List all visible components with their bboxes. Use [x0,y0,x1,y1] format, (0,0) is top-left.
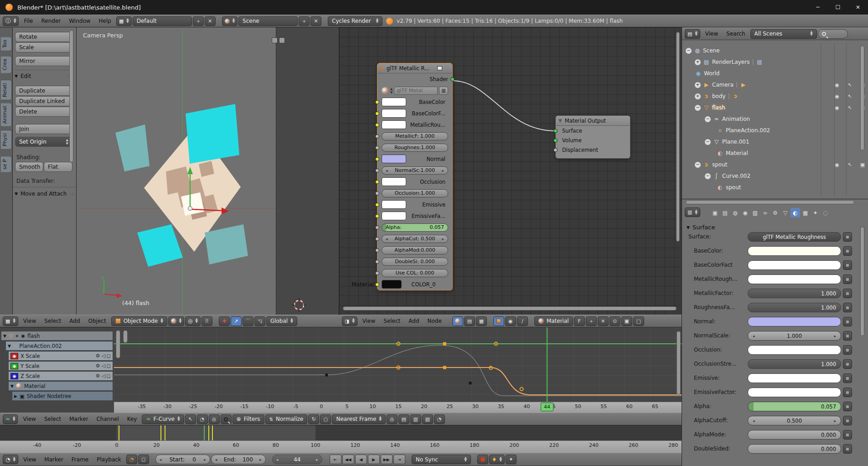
snap-toggle[interactable]: ▣ [621,316,632,326]
expand-toggle[interactable]: − [695,105,701,111]
play-reverse[interactable]: ◀ [355,455,367,464]
graph-mode-select[interactable]: ≈F-Curve▲▼ [142,414,184,424]
channel-row-fcurve[interactable]: ◉X Scale ⚙◁◻ [8,351,113,361]
animate-property-button[interactable] [843,388,852,397]
normalize-button[interactable]: ⇅Normalize [265,414,308,424]
node-slider-row[interactable]: Roughnes:1.000 [377,142,452,153]
delete-layout-button[interactable]: ✕ [205,16,216,26]
outliner[interactable]: ▤▲▼ ViewSearch All Scenes▲▼ − Scene + Re… [682,27,868,199]
tool-shelf-tab[interactable]: Animat [1,103,12,127]
timeline-marker[interactable] [119,425,119,440]
menu-item[interactable]: Add [65,317,84,325]
zoom-region-icon[interactable] [221,414,232,424]
node-input-row[interactable]: Displacement [556,145,630,155]
properties-tab-object[interactable]: ▧ [750,208,760,217]
keying-set-select[interactable]: ♦▲▼ [489,455,505,464]
editor-type-outliner-button[interactable]: ▤▲▼ [685,29,700,39]
node-color-input-row[interactable]: Occlusion [377,176,452,187]
editor-type-timeline-button[interactable]: ◔▲▼ [3,455,18,464]
outliner-row[interactable]: − spout ◉ ↖ ▣ [695,160,827,170]
node-input-row[interactable]: Surface [556,126,630,135]
color-swatch[interactable] [382,280,402,289]
edit-panel-header[interactable]: ▼Edit∷∷ [15,73,73,79]
keyframe-point[interactable] [469,382,472,384]
menu-item[interactable]: View [19,456,40,464]
color-swatch[interactable] [382,109,406,118]
menu-item[interactable]: Select [40,415,65,423]
graph-vscrollbar-2[interactable] [123,330,128,343]
fake-user-button[interactable]: F [574,316,585,326]
surface-shader-select[interactable]: glTF Metallic Roughness [748,232,841,242]
expand-toggle[interactable]: − [705,116,711,122]
node-material-selector[interactable]: ▲▼ glTF Metal ▥ [377,85,452,96]
menu-item[interactable]: Playback [93,456,125,464]
menu-item[interactable]: Render [37,17,65,25]
current-frame-field[interactable]: ◂44▸ [272,455,322,464]
add-scene-button[interactable]: ＋ [299,16,310,26]
channel-row-fcurve[interactable]: ◉Z Scale ⚙◁◻ [8,371,113,381]
node-slider-row[interactable]: MetallicF: 1.000 [377,130,452,142]
modifier-wrench-icon[interactable]: ⚙ [96,363,100,369]
proportional-edit-icon[interactable]: ○ [320,414,331,424]
expand-toggle[interactable]: − [695,162,701,168]
keyframe-point[interactable] [443,366,446,369]
animate-property-button[interactable] [843,430,852,440]
mute-speaker-icon[interactable]: ◁ [101,353,105,359]
animate-property-button[interactable] [843,303,852,312]
menu-item[interactable]: Marker [40,456,67,464]
node-color-input-row[interactable]: MetallicRou... [377,119,452,130]
node-stepper-row[interactable]: ◂AlphaCut: 0.500▸ [377,233,452,244]
record-button[interactable] [477,455,488,464]
number-stepper[interactable]: ◂1.000▸ [748,331,841,341]
timeline-marker[interactable] [160,425,161,440]
collapsed-panel-handle[interactable] [272,37,278,43]
properties-tab-constraints[interactable]: ∞ [760,208,770,217]
selectability-cursor-icon[interactable]: ↖ [843,93,856,99]
mirror-button[interactable]: Mirror [15,56,72,66]
viewport-3d[interactable]: y Camera Persp (44) flash [77,27,339,315]
properties-vscrollbar[interactable] [860,227,864,336]
properties-tab-physics[interactable]: ◌ [821,208,830,217]
outliner-row[interactable]: PlaneAction.002 [717,125,849,135]
color-swatch[interactable] [382,177,406,186]
compositing-nodes-toggle[interactable]: ▤ [464,316,475,326]
animate-property-button[interactable] [843,331,852,341]
selectability-cursor-icon[interactable]: ↖ [843,82,856,88]
node-color-input-row[interactable]: EmissiveFa... [377,210,452,222]
properties-tab-modifiers[interactable]: ⚙ [770,208,780,217]
node-slider-row[interactable]: Occlusion:1.000 [377,187,452,199]
filters-button[interactable]: ⊕Filters [232,414,264,424]
tool-shelf-tab[interactable]: Too [1,36,12,51]
menu-item[interactable]: Frame [67,456,93,464]
node-color-input-row[interactable]: Normal [377,153,452,165]
node-editor-hscrollbar[interactable] [343,306,677,311]
expand-toggle[interactable]: − [686,48,692,54]
channel-row-material[interactable]: ▼Material [8,381,113,391]
duplicate-button[interactable]: Duplicate [15,86,72,96]
outliner-row[interactable]: + body | ◉ ↖ ▣ [695,91,827,101]
animate-property-button[interactable] [843,345,852,355]
node-slider-row[interactable]: DoubleSi: 0.000 [377,256,452,267]
sync-mode-select[interactable]: No Sync▲▼ [412,455,471,464]
visibility-eye-icon[interactable]: ◉ [831,162,843,168]
number-stepper[interactable]: ◂0.500▸ [748,416,841,425]
node-collapse-icon[interactable]: ▼ [380,66,384,71]
scene-field[interactable]: Scene [238,16,298,26]
visibility-eye-icon[interactable]: ◉ [831,82,843,88]
delete-button[interactable]: Delete [15,107,72,117]
properties-tab-data[interactable]: ▽ [780,208,790,217]
color-field[interactable] [748,373,841,383]
animate-property-button[interactable] [843,289,852,298]
node-color-input-row[interactable]: BaseColor [377,96,452,108]
animate-property-button[interactable] [843,246,852,256]
color-swatch[interactable] [382,120,406,129]
tool-shelf-tab[interactable]: Relati [1,80,12,100]
node-stepper-row[interactable]: ◂NormalSc:1.000▸ [377,165,452,176]
tool-shelf-tab[interactable]: Physi [1,130,12,150]
screen-layout-icon[interactable]: ▦▲▼ [116,16,132,26]
scale-manipulator-button[interactable]: ◹ [254,316,265,326]
selectability-cursor-icon[interactable]: ↖ [843,105,856,111]
animate-property-button[interactable] [843,444,852,454]
set-origin-dropdown[interactable]: Set Origin▲▼ [15,137,72,147]
outliner-row[interactable]: − Animation [705,114,837,124]
